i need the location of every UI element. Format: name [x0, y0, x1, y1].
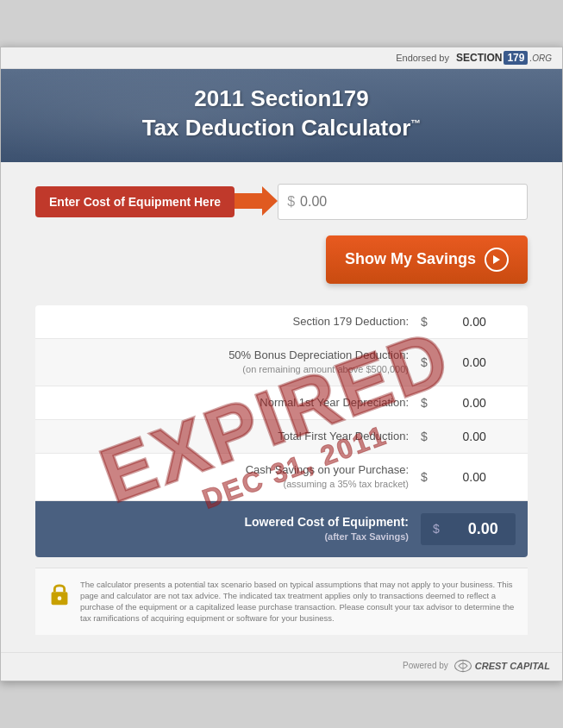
result-label-0: Section 179 Deduction:: [47, 314, 421, 329]
result-value-4: 0.00: [435, 470, 486, 484]
total-label: Lowered Cost of Equipment: (after Tax Sa…: [47, 514, 421, 544]
result-value-0: 0.00: [435, 315, 486, 329]
svg-point-3: [58, 596, 62, 600]
endorsed-bar: Endorsed by SECTION179.ORG: [1, 47, 562, 69]
result-value-3: 0.00: [435, 430, 486, 443]
result-dollar-2: $: [421, 396, 428, 410]
svg-marker-1: [493, 255, 500, 264]
input-dollar-sign: $: [287, 194, 295, 210]
result-value-box-2: $ 0.00: [421, 396, 516, 410]
result-label-1: 50% Bonus Depreciation Deduction: (on re…: [47, 348, 421, 377]
total-row: Lowered Cost of Equipment: (after Tax Sa…: [35, 501, 528, 557]
logo-179-text: 179: [504, 51, 528, 65]
result-row-3: Total First Year Deduction: $ 0.00: [35, 420, 528, 454]
arrow-icon: [235, 184, 278, 220]
result-value-1: 0.00: [435, 355, 486, 369]
powered-by-bar: Powered by CREST CAPITAL: [1, 652, 562, 681]
result-label-3: Total First Year Deduction:: [47, 429, 421, 444]
total-value-box: $ 0.00: [421, 513, 516, 545]
result-value-box-3: $ 0.00: [421, 430, 516, 443]
result-row-0: Section 179 Deduction: $ 0.00: [35, 305, 528, 339]
section179-logo: SECTION179.ORG: [452, 51, 552, 65]
result-value-box-1: $ 0.00: [421, 355, 516, 369]
crest-company-name: CREST CAPITAL: [475, 661, 550, 671]
result-value-box-4: $ 0.00: [421, 470, 516, 484]
savings-btn-icon: [485, 248, 509, 272]
savings-btn-label: Show My Savings: [345, 250, 476, 268]
result-dollar-1: $: [421, 355, 428, 369]
savings-button-row: Show My Savings: [35, 235, 528, 284]
result-row-1: 50% Bonus Depreciation Deduction: (on re…: [35, 339, 528, 386]
lock-icon: [47, 581, 72, 608]
endorsed-label: Endorsed by: [396, 53, 449, 63]
total-value: 0.00: [447, 520, 498, 538]
result-row-2: Normal 1st Year Depreciation: $ 0.00: [35, 386, 528, 420]
logo-section-text: SECTION: [456, 52, 502, 64]
show-savings-button[interactable]: Show My Savings: [326, 235, 528, 284]
crest-capital-logo: CREST CAPITAL: [454, 658, 550, 674]
total-dollar: $: [433, 522, 440, 536]
disclaimer-text: The calculator presents a potential tax …: [80, 579, 516, 624]
result-value-box-0: $ 0.00: [421, 315, 516, 329]
result-row-4: Cash Savings on your Purchase: (assuming…: [35, 454, 528, 501]
header: 2011 Section179 Tax Deduction Calculator…: [1, 69, 562, 162]
cost-input[interactable]: [300, 194, 518, 210]
powered-by-label: Powered by: [403, 661, 448, 670]
results-section: EXPIRED DEC 31, 2011 Section 179 Deducti…: [35, 305, 528, 557]
result-dollar-0: $: [421, 315, 428, 329]
main-content: Enter Cost of Equipment Here $ Show My S…: [1, 162, 562, 652]
cost-input-row: Enter Cost of Equipment Here $: [35, 184, 528, 220]
logo-org-text: .ORG: [529, 53, 552, 63]
calculator-container: Endorsed by SECTION179.ORG 2011 Section1…: [0, 47, 563, 681]
result-dollar-4: $: [421, 470, 428, 484]
result-dollar-3: $: [421, 430, 428, 443]
svg-marker-0: [235, 186, 278, 216]
result-value-2: 0.00: [435, 396, 486, 410]
cost-label-button: Enter Cost of Equipment Here: [35, 186, 235, 217]
footer-disclaimer: The calculator presents a potential tax …: [35, 568, 528, 635]
cost-input-wrapper: $: [278, 184, 528, 220]
result-label-2: Normal 1st Year Depreciation:: [47, 395, 421, 411]
page-title: 2011 Section179 Tax Deduction Calculator…: [18, 85, 545, 143]
result-label-4: Cash Savings on your Purchase: (assuming…: [47, 462, 421, 492]
crest-icon: [454, 658, 472, 674]
